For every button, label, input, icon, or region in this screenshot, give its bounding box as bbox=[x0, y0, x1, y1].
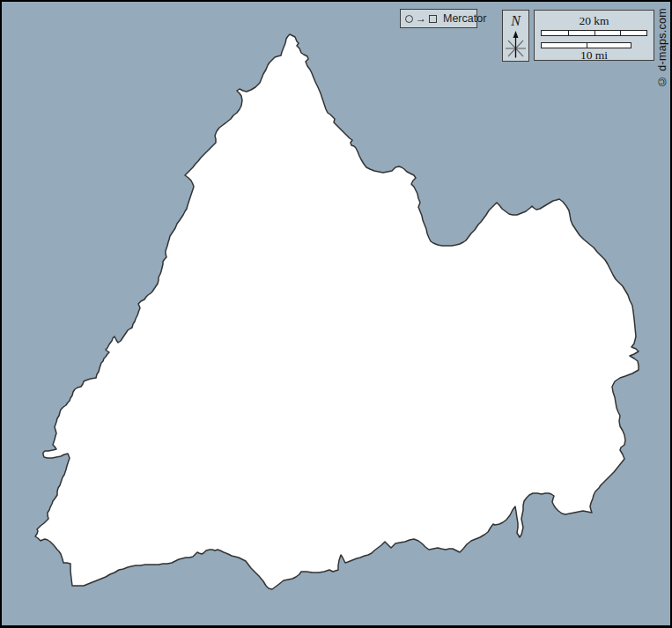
scale-tick bbox=[620, 31, 621, 35]
arrow-right-icon: → bbox=[416, 13, 426, 24]
circle-icon bbox=[405, 15, 413, 23]
projection-box: → Mercator bbox=[400, 9, 477, 28]
square-icon bbox=[429, 15, 437, 23]
scale-km-label: 20 km bbox=[535, 15, 654, 27]
outline-map bbox=[2, 2, 672, 628]
map-canvas: → Mercator N 20 km 10 mi © d-maps.com bbox=[0, 0, 672, 628]
landmass-outline bbox=[35, 34, 639, 589]
scale-mi-bar bbox=[541, 42, 631, 48]
projection-label: Mercator bbox=[443, 12, 486, 25]
credit-watermark: © d-maps.com bbox=[656, 8, 668, 87]
compass-rose-icon bbox=[503, 30, 528, 62]
scale-tick bbox=[587, 43, 587, 48]
scale-box: 20 km 10 mi bbox=[534, 10, 654, 61]
scale-tick bbox=[594, 31, 595, 35]
scale-mi-label: 10 mi bbox=[535, 49, 654, 62]
scale-tick bbox=[568, 31, 569, 35]
compass-box: N bbox=[502, 10, 529, 62]
scale-km-bar bbox=[541, 30, 647, 36]
north-label: N bbox=[503, 14, 528, 28]
